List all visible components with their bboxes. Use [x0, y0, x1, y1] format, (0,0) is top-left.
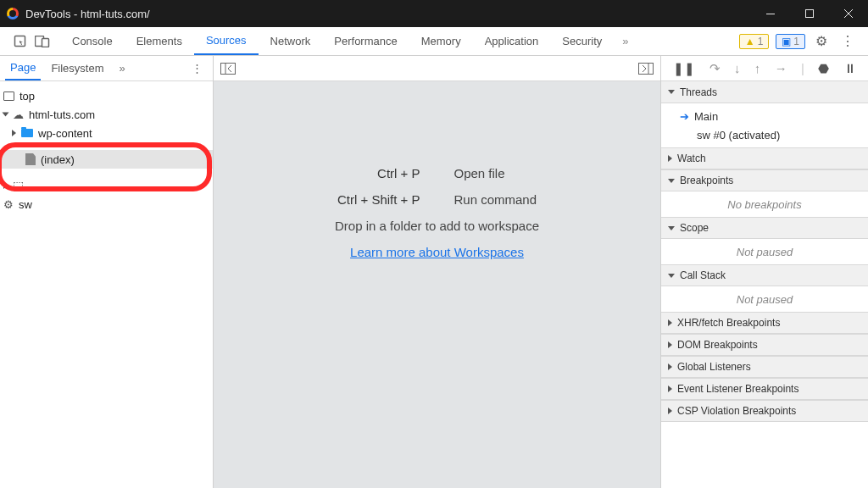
- nav-tab-filesystem[interactable]: Filesystem: [46, 56, 108, 80]
- section-watch[interactable]: Watch: [661, 147, 868, 169]
- breakpoints-empty: No breakpoints: [661, 191, 868, 217]
- thread-main[interactable]: ➔Main: [661, 107, 868, 125]
- tab-elements[interactable]: Elements: [125, 27, 194, 55]
- callstack-empty: Not paused: [661, 286, 868, 312]
- section-breakpoints[interactable]: Breakpoints: [661, 169, 868, 191]
- window-title: DevTools - html-tuts.com/: [25, 8, 150, 20]
- tab-network[interactable]: Network: [259, 27, 323, 55]
- file-tree: top ☁ html-tuts.com wp-content (index) ⬚: [0, 81, 213, 219]
- expand-icon: [3, 113, 9, 117]
- webpack-icon: ⬚: [13, 179, 24, 192]
- shortcut-open-file-label: Open file: [454, 166, 539, 180]
- section-event-breakpoints[interactable]: Event Listener Breakpoints: [661, 378, 868, 400]
- warnings-badge[interactable]: ▲ 1: [739, 34, 770, 49]
- message-icon: ▣: [782, 36, 791, 47]
- tree-webpack[interactable]: ⬚: [0, 176, 213, 195]
- shortcut-run-command-label: Run command: [454, 192, 539, 207]
- messages-badge[interactable]: ▣ 1: [776, 34, 805, 49]
- close-icon: [844, 9, 853, 18]
- file-icon: [25, 153, 36, 165]
- folder-icon: [21, 129, 33, 137]
- section-threads[interactable]: Threads: [661, 81, 868, 103]
- section-callstack[interactable]: Call Stack: [661, 264, 868, 286]
- svg-rect-0: [766, 14, 775, 14]
- nav-tab-page[interactable]: Page: [5, 56, 41, 80]
- minimize-icon: [766, 14, 775, 14]
- minimize-button[interactable]: [751, 0, 790, 27]
- shortcut-run-command: Ctrl + Shift + P: [335, 192, 420, 207]
- pause-on-exceptions-icon[interactable]: ⏸: [843, 61, 856, 75]
- warning-icon: ▲: [745, 36, 755, 47]
- devtools-tabsbar: Console Elements Sources Network Perform…: [0, 27, 868, 56]
- settings-gear-icon[interactable]: ⚙: [812, 30, 831, 53]
- tab-performance[interactable]: Performance: [322, 27, 409, 55]
- section-scope[interactable]: Scope: [661, 217, 868, 239]
- svg-rect-1: [806, 10, 814, 18]
- inspect-element-icon[interactable]: [14, 35, 26, 47]
- close-button[interactable]: [829, 0, 868, 27]
- maximize-icon: [805, 9, 814, 18]
- tree-index-file[interactable]: (index): [0, 150, 213, 169]
- tab-console[interactable]: Console: [60, 27, 125, 55]
- tab-sources[interactable]: Sources: [194, 27, 259, 55]
- svg-rect-6: [42, 38, 49, 47]
- step-over-icon[interactable]: ↷: [709, 61, 721, 76]
- workspaces-link[interactable]: Learn more about Workspaces: [335, 245, 539, 259]
- tree-wp-content[interactable]: wp-content: [0, 124, 213, 142]
- shortcut-open-file: Ctrl + P: [335, 166, 420, 180]
- show-debugger-icon[interactable]: [638, 63, 654, 75]
- frame-icon: [3, 92, 14, 101]
- collapse-icon: [3, 182, 8, 189]
- section-xhr-breakpoints[interactable]: XHR/fetch Breakpoints: [661, 312, 868, 334]
- more-menu-icon[interactable]: ⋮: [837, 30, 858, 53]
- tab-application[interactable]: Application: [473, 27, 551, 55]
- deactivate-breakpoints-icon[interactable]: ⬣: [818, 61, 829, 76]
- navigator-panel: Page Filesystem » ⋮ top ☁ html-tuts.com …: [0, 56, 214, 488]
- chrome-logo-icon: [7, 8, 19, 19]
- navigator-more-icon[interactable]: ⋮: [192, 62, 208, 75]
- gear-icon: ⚙: [3, 198, 14, 211]
- tab-memory[interactable]: Memory: [409, 27, 473, 55]
- nav-more-icon[interactable]: »: [114, 62, 131, 75]
- show-navigator-icon[interactable]: [220, 63, 236, 75]
- step-into-icon[interactable]: ↓: [734, 61, 741, 75]
- warnings-count: 1: [758, 36, 764, 47]
- separator-icon: |: [801, 61, 804, 75]
- tab-security[interactable]: Security: [550, 27, 614, 55]
- section-csp-breakpoints[interactable]: CSP Violation Breakpoints: [661, 400, 868, 422]
- thread-sw[interactable]: sw #0 (activated): [661, 125, 868, 144]
- debugger-sidebar: ❚❚ ↷ ↓ ↑ → | ⬣ ⏸ Threads ➔Main sw #0 (ac…: [661, 56, 868, 488]
- sources-editor: Ctrl + P Open file Ctrl + Shift + P Run …: [214, 56, 661, 488]
- more-tabs-icon[interactable]: »: [614, 35, 637, 47]
- step-icon[interactable]: →: [775, 61, 787, 75]
- maximize-button[interactable]: [790, 0, 829, 27]
- messages-count: 1: [793, 36, 799, 47]
- drop-folder-hint: Drop in a folder to add to workspace: [335, 219, 539, 233]
- collapse-icon: [12, 130, 16, 136]
- step-out-icon[interactable]: ↑: [754, 61, 761, 75]
- scope-empty: Not paused: [661, 239, 868, 264]
- active-thread-icon: ➔: [680, 110, 689, 123]
- device-toggle-icon[interactable]: [35, 36, 50, 47]
- section-global-listeners[interactable]: Global Listeners: [661, 356, 868, 378]
- cloud-icon: ☁: [13, 108, 24, 121]
- tree-domain[interactable]: ☁ html-tuts.com: [0, 105, 213, 124]
- tree-sw[interactable]: ⚙ sw: [0, 195, 213, 214]
- tree-top-frame[interactable]: top: [0, 86, 213, 105]
- window-titlebar: DevTools - html-tuts.com/: [0, 0, 868, 27]
- section-dom-breakpoints[interactable]: DOM Breakpoints: [661, 334, 868, 356]
- pause-icon[interactable]: ❚❚: [673, 61, 695, 76]
